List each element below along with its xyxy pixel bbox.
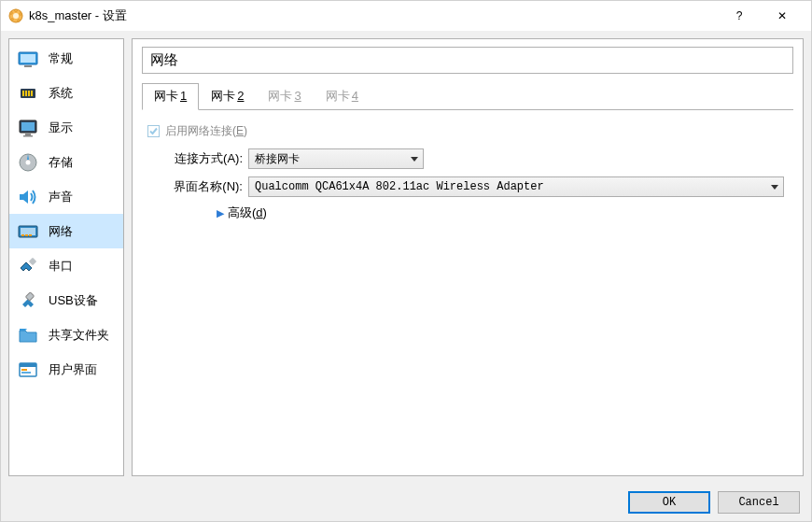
attached-to-row: 连接方式(A): 桥接网卡 <box>147 148 788 169</box>
svg-rect-18 <box>23 135 33 137</box>
usb-icon <box>17 289 39 312</box>
svg-rect-16 <box>21 122 35 131</box>
settings-window: k8s_master - 设置 ? ✕ 常规 系统 显示 存储 <box>0 0 812 522</box>
cancel-button[interactable]: Cancel <box>718 491 800 514</box>
svg-rect-26 <box>29 257 36 264</box>
sidebar-item-label: 串口 <box>49 258 73 275</box>
sidebar-item-label: 声音 <box>49 189 73 205</box>
system-icon <box>17 82 39 105</box>
sidebar-item-general[interactable]: 常规 <box>9 41 123 76</box>
svg-rect-12 <box>25 91 27 96</box>
svg-rect-30 <box>21 369 27 371</box>
svg-rect-9 <box>24 65 32 67</box>
sidebar-item-label: 常规 <box>49 50 73 67</box>
tab-adapter-2[interactable]: 网卡2 <box>199 83 256 110</box>
tab-adapter-3: 网卡3 <box>256 83 313 110</box>
interface-name-dropdown[interactable]: Qualcomm QCA61x4A 802.11ac Wireless Adap… <box>248 176 784 197</box>
network-icon <box>17 220 39 243</box>
interface-name-label: 界面名称(N): <box>147 178 248 195</box>
sidebar-item-shared-folders[interactable]: 共享文件夹 <box>9 317 123 352</box>
sidebar-item-label: 存储 <box>49 154 73 171</box>
chevron-right-icon: ▶ <box>217 207 224 219</box>
folder-icon <box>17 324 39 346</box>
enable-network-row: 启用网络连接(E) <box>147 123 788 139</box>
enable-network-label: 启用网络连接(E) <box>165 123 247 139</box>
panel-heading-wrap: 网络 <box>142 47 793 74</box>
sidebar-item-label: 网络 <box>49 223 73 240</box>
general-icon <box>17 48 39 70</box>
tab-adapter-4: 网卡4 <box>314 83 371 110</box>
tab-adapter-1[interactable]: 网卡1 <box>142 83 199 110</box>
sidebar-item-user-interface[interactable]: 用户界面 <box>9 352 123 387</box>
titlebar: k8s_master - 设置 ? ✕ <box>1 1 811 31</box>
tab-panel: 启用网络连接(E) 连接方式(A): 桥接网卡 界面名称(N): Qualcom… <box>142 109 793 234</box>
ok-button[interactable]: OK <box>628 491 710 514</box>
close-button[interactable]: ✕ <box>761 1 804 31</box>
window-title: k8s_master - 设置 <box>29 7 127 24</box>
attached-to-dropdown[interactable]: 桥接网卡 <box>248 148 424 169</box>
svg-rect-8 <box>21 54 35 63</box>
sidebar-item-usb[interactable]: USB设备 <box>9 283 123 317</box>
sidebar-item-label: 显示 <box>49 120 73 136</box>
svg-rect-25 <box>29 234 32 236</box>
attached-to-value: 桥接网卡 <box>255 151 300 167</box>
serial-icon <box>17 255 39 277</box>
sidebar-item-display[interactable]: 显示 <box>9 110 123 145</box>
storage-icon <box>17 151 39 174</box>
svg-point-20 <box>26 160 31 164</box>
display-icon <box>17 117 39 139</box>
svg-point-6 <box>10 12 13 15</box>
svg-rect-11 <box>22 91 24 96</box>
sidebar-item-label: 用户界面 <box>49 361 97 378</box>
sidebar-item-storage[interactable]: 存储 <box>9 145 123 179</box>
interface-name-row: 界面名称(N): Qualcomm QCA61x4A 802.11ac Wire… <box>147 176 788 197</box>
attached-to-label: 连接方式(A): <box>147 150 248 167</box>
svg-point-5 <box>11 19 14 21</box>
help-icon: ? <box>736 9 743 22</box>
enable-network-checkbox <box>147 125 160 137</box>
button-bar: OK Cancel <box>1 484 811 521</box>
tabbar: 网卡1 网卡2 网卡3 网卡4 <box>142 83 793 110</box>
help-button[interactable]: ? <box>718 1 761 31</box>
svg-rect-13 <box>28 91 30 96</box>
content-area: 常规 系统 显示 存储 声音 网络 <box>1 31 811 484</box>
sidebar-item-label: USB设备 <box>49 292 98 309</box>
svg-rect-17 <box>25 134 31 135</box>
sidebar: 常规 系统 显示 存储 声音 网络 <box>8 38 124 476</box>
svg-rect-31 <box>21 372 31 374</box>
svg-rect-14 <box>31 91 33 96</box>
svg-rect-27 <box>25 291 34 300</box>
svg-point-3 <box>20 13 22 16</box>
sidebar-item-network[interactable]: 网络 <box>9 214 123 248</box>
sidebar-item-system[interactable]: 系统 <box>9 76 123 110</box>
ui-icon <box>17 359 39 381</box>
app-icon <box>8 8 23 23</box>
sidebar-item-audio[interactable]: 声音 <box>9 179 123 214</box>
interface-name-value: Qualcomm QCA61x4A 802.11ac Wireless Adap… <box>255 180 544 193</box>
svg-point-2 <box>15 9 18 12</box>
svg-rect-24 <box>25 234 28 236</box>
sidebar-item-serial[interactable]: 串口 <box>9 248 123 283</box>
close-icon: ✕ <box>777 9 787 22</box>
advanced-toggle[interactable]: ▶ 高级(d) <box>217 205 788 221</box>
audio-icon <box>17 186 39 208</box>
main-panel: 网络 网卡1 网卡2 网卡3 网卡4 启用网络连接(E) 连接方式(A): 桥接… <box>132 38 804 476</box>
sidebar-item-label: 系统 <box>49 85 73 102</box>
svg-point-4 <box>18 20 21 22</box>
svg-rect-29 <box>20 363 36 367</box>
sidebar-item-label: 共享文件夹 <box>49 327 109 344</box>
advanced-label: 高级(d) <box>228 205 267 221</box>
svg-point-1 <box>13 13 19 19</box>
svg-rect-22 <box>21 228 35 235</box>
panel-heading: 网络 <box>150 51 785 69</box>
svg-rect-23 <box>21 234 24 236</box>
